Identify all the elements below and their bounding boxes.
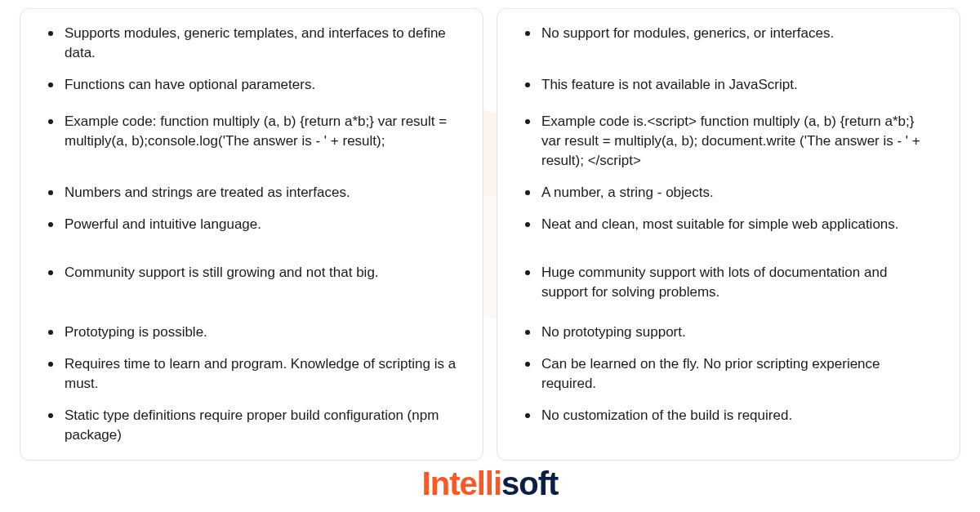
list-item: Static type definitions require proper b… [43,406,460,445]
list-item: Prototyping is possible. [43,323,460,342]
list-item: Powerful and intuitive language. [43,215,460,251]
list-item: Neat and clean, most suitable for simple… [520,215,937,251]
list-item: No prototyping support. [520,323,937,342]
list-item: Example code: function multiply (a, b) {… [43,112,460,171]
comparison-columns: Supports modules, generic templates, and… [0,0,980,461]
list-item: Community support is still growing and n… [43,263,460,310]
list-item: No customization of the build is require… [520,406,937,425]
right-list: No support for modules, generics, or int… [520,24,937,425]
list-item: No support for modules, generics, or int… [520,24,937,63]
logo-part-dark: soft [501,465,558,502]
right-card: No support for modules, generics, or int… [497,8,960,461]
list-item: A number, a string - objects. [520,183,937,203]
left-card: Supports modules, generic templates, and… [20,8,483,461]
list-item: Functions can have optional parameters. [43,75,460,100]
brand-logo: Intellisoft [422,465,559,502]
left-list: Supports modules, generic templates, and… [43,24,460,445]
list-item: Can be learned on the fly. No prior scri… [520,354,937,394]
list-item: Example code is.<script> function multip… [520,112,937,171]
logo-part-orange: Intelli [422,465,501,502]
list-item: Supports modules, generic templates, and… [43,24,460,63]
list-item: Numbers and strings are treated as inter… [43,183,460,203]
list-item: Requires time to learn and program. Know… [43,354,460,394]
list-item: This feature is not available in JavaScr… [520,75,937,100]
list-item: Huge community support with lots of docu… [520,263,937,310]
